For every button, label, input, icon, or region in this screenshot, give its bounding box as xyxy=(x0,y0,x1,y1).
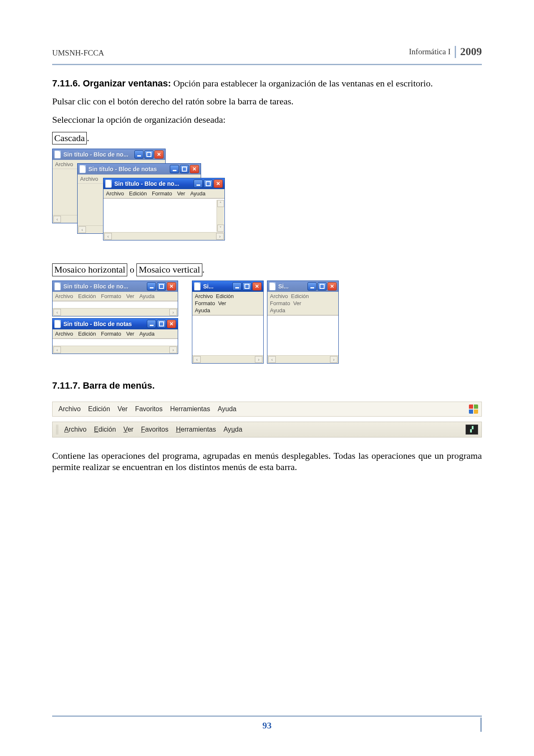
minimize-button[interactable] xyxy=(307,282,317,291)
menu-edicion[interactable]: Edición xyxy=(78,331,96,337)
scroll-left-icon[interactable]: ‹ xyxy=(268,356,276,363)
scroll-right-icon[interactable]: › xyxy=(255,356,262,363)
menu-edicion[interactable]: Edición xyxy=(216,293,234,299)
close-button[interactable]: ✕ xyxy=(154,150,164,159)
menu-ver[interactable]: Ver xyxy=(123,426,134,433)
close-button[interactable]: ✕ xyxy=(214,180,223,188)
scroll-left-icon[interactable]: ‹ xyxy=(104,233,112,240)
menu-ayuda[interactable]: Ayuda xyxy=(139,331,155,337)
menu-ayuda[interactable]: Ayuda xyxy=(139,293,155,299)
menu-formato[interactable]: Formato xyxy=(101,331,121,337)
close-button[interactable]: ✕ xyxy=(327,282,337,291)
menu-ayuda[interactable]: Ayuda xyxy=(190,190,206,197)
menu-archivo[interactable]: Archivo xyxy=(55,331,73,337)
minimize-button[interactable] xyxy=(147,282,156,291)
menu-archivo[interactable]: Archivo xyxy=(106,190,124,197)
menu-archivo[interactable]: Archivo xyxy=(80,176,98,182)
scroll-left-icon[interactable]: ‹ xyxy=(193,356,201,363)
minimize-button[interactable] xyxy=(232,282,242,291)
menu-ayuda[interactable]: Ayuda xyxy=(270,307,285,314)
close-button[interactable]: ✕ xyxy=(167,282,176,291)
page-number: 93 xyxy=(262,720,272,731)
h-scrollbar[interactable]: ‹ › xyxy=(53,308,178,316)
text-area[interactable] xyxy=(267,315,338,355)
menubar: Archivo Edición Formato Ver Ayuda xyxy=(53,292,178,301)
menu-ver[interactable]: Ver xyxy=(218,300,227,306)
menu-ayuda[interactable]: Ayuda xyxy=(224,426,242,433)
scroll-right-icon[interactable]: › xyxy=(330,356,338,363)
maximize-button[interactable] xyxy=(180,165,189,173)
minimize-button[interactable] xyxy=(194,180,203,188)
menu-favoritos[interactable]: Favoritos xyxy=(135,405,163,413)
close-button[interactable]: ✕ xyxy=(252,282,262,291)
maximize-button[interactable] xyxy=(157,282,166,291)
menu-ayuda[interactable]: Ayuda xyxy=(218,405,237,413)
scroll-left-icon[interactable]: ‹ xyxy=(78,226,86,233)
text-area[interactable] xyxy=(53,339,178,346)
maximize-button[interactable] xyxy=(157,320,166,328)
menu-ayuda[interactable]: Ayuda xyxy=(195,307,210,314)
menu-edicion[interactable]: Edición xyxy=(129,190,147,197)
menu-edicion[interactable]: Edición xyxy=(94,426,116,433)
menu-formato[interactable]: Formato xyxy=(195,300,215,306)
menu-formato[interactable]: Formato xyxy=(270,300,290,306)
titlebar[interactable]: Sin título - Bloc de notas ✕ xyxy=(78,164,201,174)
maximize-button[interactable] xyxy=(144,150,154,159)
v-scrollbar[interactable]: ˄ ˅ xyxy=(217,200,224,232)
section-title-rest: Opción para establecer la organización d… xyxy=(171,78,433,88)
menu-ver[interactable]: Ver xyxy=(177,190,185,197)
window-title: Si... xyxy=(203,283,230,290)
maximize-button[interactable] xyxy=(242,282,252,291)
menu-archivo[interactable]: Archivo xyxy=(55,293,73,299)
menu-archivo[interactable]: Archivo xyxy=(270,293,288,299)
menu-ver[interactable]: Ver xyxy=(293,300,302,306)
scroll-left-icon[interactable]: ‹ xyxy=(53,309,61,316)
h-scrollbar[interactable]: ‹ › xyxy=(267,355,338,363)
h-scrollbar[interactable]: ‹ › xyxy=(53,346,178,354)
menu-herramientas[interactable]: Herramientas xyxy=(170,405,210,413)
scroll-right-icon[interactable]: › xyxy=(216,233,224,240)
titlebar[interactable]: Sin título - Bloc de no... ✕ xyxy=(53,149,165,160)
h-scrollbar[interactable]: ‹ › xyxy=(192,355,263,363)
menu-archivo[interactable]: Archivo xyxy=(195,293,213,299)
menu-edicion[interactable]: Edición xyxy=(78,293,96,299)
scroll-right-icon[interactable]: › xyxy=(169,346,177,353)
menu-archivo[interactable]: Archivo xyxy=(64,426,86,433)
scroll-up-icon[interactable]: ˄ xyxy=(217,200,224,207)
menu-ver[interactable]: Ver xyxy=(126,293,134,299)
maximize-button[interactable] xyxy=(204,180,213,188)
menu-edicion[interactable]: Edición xyxy=(88,405,110,413)
menu-formato[interactable]: Formato xyxy=(101,293,121,299)
toolbar-grip-icon[interactable] xyxy=(56,425,58,434)
instruction-2: Seleccionar la opción de organización de… xyxy=(52,114,482,126)
minimize-button[interactable] xyxy=(170,165,179,173)
menu-formato[interactable]: Formato xyxy=(152,190,172,197)
close-button[interactable]: ✕ xyxy=(190,165,199,173)
close-button[interactable]: ✕ xyxy=(167,320,176,328)
menu-archivo[interactable]: Archivo xyxy=(55,161,73,167)
text-area[interactable] xyxy=(192,315,263,355)
titlebar[interactable]: Sin título - Bloc de notas ✕ xyxy=(53,319,178,329)
scroll-left-icon[interactable]: ‹ xyxy=(53,216,61,223)
menu-edicion[interactable]: Edición xyxy=(291,293,309,299)
menu-herramientas[interactable]: Herramientas xyxy=(176,426,216,433)
notepad-icon xyxy=(79,165,86,173)
minimize-button[interactable] xyxy=(134,150,144,159)
minimize-button[interactable] xyxy=(147,320,156,328)
text-area[interactable] xyxy=(103,198,224,232)
window-title: Sin título - Bloc de notas xyxy=(88,166,167,172)
text-area[interactable] xyxy=(53,301,178,308)
menu-archivo[interactable]: Archivo xyxy=(58,405,81,413)
scroll-left-icon[interactable]: ‹ xyxy=(53,346,61,353)
h-scrollbar[interactable]: ‹ › xyxy=(103,232,224,240)
titlebar[interactable]: Si... ✕ xyxy=(192,281,263,292)
titlebar[interactable]: Sin título - Bloc de no... ✕ xyxy=(53,281,178,292)
menu-favoritos[interactable]: Favoritos xyxy=(141,426,169,433)
menu-ver[interactable]: Ver xyxy=(126,331,134,337)
maximize-button[interactable] xyxy=(317,282,327,291)
menu-ver[interactable]: Ver xyxy=(118,405,128,413)
titlebar[interactable]: Si... ✕ xyxy=(267,281,338,292)
scroll-down-icon[interactable]: ˅ xyxy=(217,225,224,232)
scroll-right-icon[interactable]: › xyxy=(169,309,177,316)
titlebar[interactable]: Sin título - Bloc de no... ✕ xyxy=(103,178,224,189)
